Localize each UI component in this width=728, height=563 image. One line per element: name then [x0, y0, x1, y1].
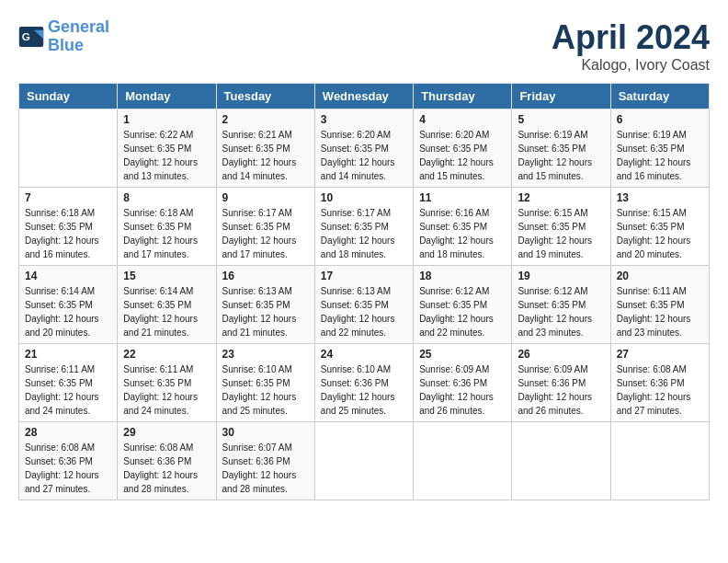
daylight-label: Daylight: 12 hours — [123, 470, 198, 480]
sunset-label: Sunset: 6:35 PM — [222, 144, 290, 154]
day-number: 17 — [321, 270, 407, 282]
day-info: Sunrise: 6:11 AM Sunset: 6:35 PM Dayligh… — [123, 362, 210, 418]
day-number: 29 — [123, 426, 210, 439]
day-info: Sunrise: 6:20 AM Sunset: 6:35 PM Dayligh… — [419, 128, 506, 183]
calendar-cell: 24 Sunrise: 6:10 AM Sunset: 6:36 PM Dayl… — [314, 344, 413, 422]
daylight-minutes: and 14 minutes. — [321, 171, 386, 181]
daylight-minutes: and 27 minutes. — [617, 406, 682, 416]
sunrise-label: Sunrise: 6:14 AM — [123, 286, 193, 296]
daylight-minutes: and 24 minutes. — [25, 406, 90, 416]
day-number: 30 — [222, 426, 309, 439]
sunset-label: Sunset: 6:36 PM — [518, 378, 586, 388]
sunset-label: Sunset: 6:36 PM — [123, 456, 191, 466]
daylight-minutes: and 20 minutes. — [25, 327, 90, 338]
calendar-cell: 4 Sunrise: 6:20 AM Sunset: 6:35 PM Dayli… — [414, 109, 512, 188]
day-number: 27 — [617, 348, 703, 361]
day-info: Sunrise: 6:19 AM Sunset: 6:35 PM Dayligh… — [617, 128, 703, 183]
sunset-label: Sunset: 6:35 PM — [123, 222, 191, 232]
sunrise-label: Sunrise: 6:08 AM — [123, 442, 193, 453]
day-info: Sunrise: 6:10 AM Sunset: 6:36 PM Dayligh… — [321, 362, 407, 418]
sunrise-label: Sunrise: 6:19 AM — [617, 130, 687, 140]
sunset-label: Sunset: 6:35 PM — [617, 300, 685, 310]
daylight-minutes: and 25 minutes. — [222, 406, 288, 416]
sunset-label: Sunset: 6:35 PM — [419, 300, 487, 310]
sunrise-label: Sunrise: 6:13 AM — [321, 286, 391, 296]
daylight-label: Daylight: 12 hours — [419, 236, 494, 246]
day-info: Sunrise: 6:18 AM Sunset: 6:35 PM Dayligh… — [123, 206, 210, 261]
weekday-header: Wednesday — [314, 84, 413, 109]
calendar-cell: 2 Sunrise: 6:21 AM Sunset: 6:35 PM Dayli… — [216, 109, 314, 188]
sunset-label: Sunset: 6:35 PM — [25, 222, 93, 232]
sunrise-label: Sunrise: 6:15 AM — [518, 208, 587, 218]
sunrise-label: Sunrise: 6:08 AM — [617, 364, 687, 374]
sunset-label: Sunset: 6:35 PM — [321, 300, 389, 310]
daylight-minutes: and 15 minutes. — [518, 171, 583, 181]
page-header: G General Blue April 2024 Kalogo, Ivory … — [18, 18, 710, 74]
sunrise-label: Sunrise: 6:10 AM — [222, 364, 292, 374]
sunrise-label: Sunrise: 6:07 AM — [222, 442, 292, 453]
daylight-minutes: and 21 minutes. — [123, 327, 188, 338]
day-number: 24 — [321, 348, 407, 361]
day-number: 6 — [617, 113, 703, 126]
daylight-minutes: and 14 minutes. — [222, 171, 288, 181]
calendar-cell: 25 Sunrise: 6:09 AM Sunset: 6:36 PM Dayl… — [414, 344, 512, 422]
day-info: Sunrise: 6:19 AM Sunset: 6:35 PM Dayligh… — [518, 128, 604, 183]
day-info: Sunrise: 6:22 AM Sunset: 6:35 PM Dayligh… — [123, 128, 210, 183]
daylight-minutes: and 24 minutes. — [123, 406, 188, 416]
calendar-week-row: 28 Sunrise: 6:08 AM Sunset: 6:36 PM Dayl… — [19, 422, 710, 500]
day-number: 18 — [419, 270, 506, 282]
sunrise-label: Sunrise: 6:10 AM — [321, 364, 391, 374]
daylight-label: Daylight: 12 hours — [617, 157, 691, 167]
day-info: Sunrise: 6:17 AM Sunset: 6:35 PM Dayligh… — [222, 206, 309, 261]
calendar-cell — [314, 422, 413, 500]
day-info: Sunrise: 6:09 AM Sunset: 6:36 PM Dayligh… — [518, 362, 604, 418]
daylight-label: Daylight: 12 hours — [25, 470, 99, 480]
weekday-header: Friday — [512, 84, 610, 109]
daylight-minutes: and 22 minutes. — [419, 327, 484, 338]
sunrise-label: Sunrise: 6:12 AM — [518, 286, 587, 296]
sunset-label: Sunset: 6:35 PM — [123, 144, 191, 154]
day-info: Sunrise: 6:15 AM Sunset: 6:35 PM Dayligh… — [617, 206, 703, 261]
day-number: 13 — [617, 191, 703, 204]
logo-icon: G — [18, 27, 44, 47]
daylight-label: Daylight: 12 hours — [25, 314, 99, 324]
sunrise-label: Sunrise: 6:21 AM — [222, 130, 292, 140]
sunset-label: Sunset: 6:35 PM — [25, 300, 93, 310]
calendar-cell: 19 Sunrise: 6:12 AM Sunset: 6:35 PM Dayl… — [512, 266, 610, 344]
day-number: 10 — [321, 191, 407, 204]
day-number: 20 — [617, 270, 703, 282]
day-info: Sunrise: 6:13 AM Sunset: 6:35 PM Dayligh… — [321, 284, 407, 339]
svg-text:G: G — [22, 29, 30, 41]
title-block: April 2024 Kalogo, Ivory Coast — [552, 18, 710, 74]
sunset-label: Sunset: 6:36 PM — [25, 456, 93, 466]
day-info: Sunrise: 6:20 AM Sunset: 6:35 PM Dayligh… — [321, 128, 407, 183]
daylight-label: Daylight: 12 hours — [419, 392, 494, 402]
day-number: 25 — [419, 348, 506, 361]
sunset-label: Sunset: 6:36 PM — [321, 378, 389, 388]
calendar-cell: 23 Sunrise: 6:10 AM Sunset: 6:35 PM Dayl… — [216, 344, 314, 422]
calendar-cell: 14 Sunrise: 6:14 AM Sunset: 6:35 PM Dayl… — [19, 266, 118, 344]
daylight-label: Daylight: 12 hours — [518, 236, 592, 246]
calendar-cell: 3 Sunrise: 6:20 AM Sunset: 6:35 PM Dayli… — [314, 109, 413, 188]
day-number: 12 — [518, 191, 604, 204]
sunset-label: Sunset: 6:35 PM — [222, 300, 290, 310]
daylight-minutes: and 26 minutes. — [419, 406, 484, 416]
calendar-cell: 16 Sunrise: 6:13 AM Sunset: 6:35 PM Dayl… — [216, 266, 314, 344]
sunset-label: Sunset: 6:35 PM — [617, 222, 685, 232]
daylight-minutes: and 23 minutes. — [617, 327, 682, 338]
calendar-cell: 22 Sunrise: 6:11 AM Sunset: 6:35 PM Dayl… — [118, 344, 216, 422]
day-number: 28 — [25, 426, 111, 439]
calendar-week-row: 21 Sunrise: 6:11 AM Sunset: 6:35 PM Dayl… — [19, 344, 710, 422]
day-number: 7 — [25, 191, 111, 204]
daylight-minutes: and 25 minutes. — [321, 406, 386, 416]
day-info: Sunrise: 6:10 AM Sunset: 6:35 PM Dayligh… — [222, 362, 309, 418]
calendar-cell: 28 Sunrise: 6:08 AM Sunset: 6:36 PM Dayl… — [19, 422, 118, 500]
day-info: Sunrise: 6:08 AM Sunset: 6:36 PM Dayligh… — [25, 441, 111, 496]
sunrise-label: Sunrise: 6:14 AM — [25, 286, 95, 296]
sunrise-label: Sunrise: 6:17 AM — [222, 208, 292, 218]
sunset-label: Sunset: 6:35 PM — [123, 300, 191, 310]
daylight-label: Daylight: 12 hours — [222, 470, 297, 480]
sunrise-label: Sunrise: 6:22 AM — [123, 130, 193, 140]
day-info: Sunrise: 6:12 AM Sunset: 6:35 PM Dayligh… — [518, 284, 604, 339]
day-info: Sunrise: 6:09 AM Sunset: 6:36 PM Dayligh… — [419, 362, 506, 418]
